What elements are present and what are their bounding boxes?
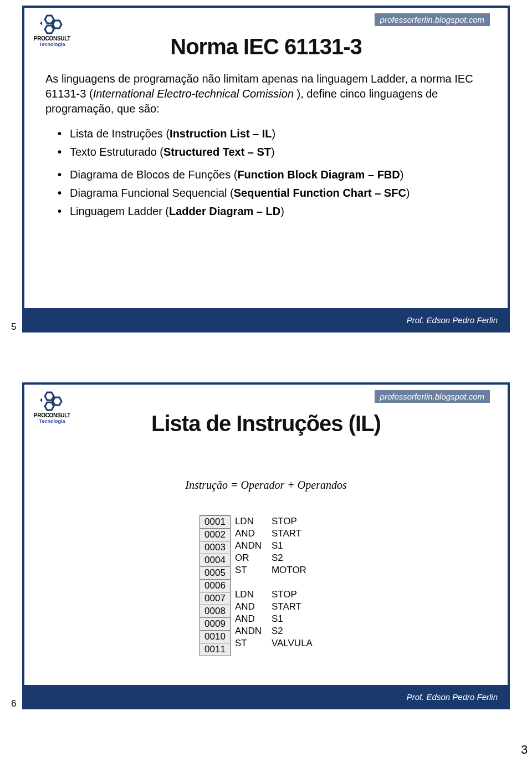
operator: OR [231,553,272,564]
code-row: ANDNS2 [231,625,332,637]
bullet-st: Texto Estruturado (Structured Text – ST) [58,145,491,160]
line-number-column: 0001000200030004000500060007000800090010… [200,515,230,656]
svg-marker-3 [40,21,42,25]
line-number: 0004 [200,554,230,567]
code-row: STMOTOR [231,564,332,576]
operand: START [272,528,332,539]
code-row: LDNSTOP [231,589,332,601]
svg-marker-4 [45,392,54,400]
slide-number: 5 [11,321,16,333]
slide-1: professorferlin.blogspot.com PROCONSULT … [22,6,510,333]
slide-number: 6 [11,698,16,709]
header-url: professorferlin.blogspot.com [375,390,490,403]
code-row: ORS2 [231,552,332,564]
slide-body: As linguagens de programação não limitam… [45,71,491,227]
line-number: 0011 [200,643,230,656]
operator: ANDN [231,626,272,637]
operand: STOP [272,516,332,527]
hex-cluster-icon [39,390,65,411]
code-row: ANDS1 [231,613,332,625]
code-row [231,576,332,589]
line-number: 0007 [200,592,230,605]
line-number: 0001 [200,516,230,529]
svg-marker-1 [53,21,62,28]
intro-para: As linguagens de programação não limitam… [45,71,491,116]
line-number: 0006 [200,580,230,592]
line-number: 0002 [200,529,230,541]
svg-marker-2 [45,25,54,33]
footer-bar: Prof. Edson Pedro Ferlin [24,308,508,330]
operand: START [272,601,332,612]
operand: S1 [272,613,332,625]
code-column: LDNSTOPANDSTARTANDNS1ORS2STMOTORLDNSTOPA… [230,515,332,656]
header-url: professorferlin.blogspot.com [375,13,490,26]
operand: S2 [272,553,332,564]
footer-credit: Prof. Edson Pedro Ferlin [407,315,498,325]
para-italic: International Electro-technical Comissio… [93,88,297,100]
slide-title: Lista de Instruções (IL) [24,411,508,436]
operand: VALVULA [272,638,332,649]
operator: ANDN [231,540,272,551]
bullet-group-2: Diagrama de Blocos de Funções (Function … [58,167,491,219]
code-row: STVALVULA [231,637,332,650]
operator: AND [231,528,272,539]
operand: S2 [272,626,332,637]
slide-2: professorferlin.blogspot.com PROCONSULT … [22,382,510,709]
operator: LDN [231,589,272,600]
footer-credit: Prof. Edson Pedro Ferlin [407,692,498,702]
page: professorferlin.blogspot.com PROCONSULT … [0,0,532,762]
operator: ST [231,565,272,576]
operator: ST [231,638,272,649]
line-number: 0005 [200,567,230,580]
operator: AND [231,613,272,625]
slide-title: Norma IEC 61131-3 [24,34,508,59]
code-row: ANDNS1 [231,540,332,552]
line-number: 0009 [200,618,230,631]
bullet-fbd: Diagrama de Blocos de Funções (Function … [58,167,491,182]
hex-cluster-icon [39,13,65,34]
code-row: LDNSTOP [231,515,332,528]
svg-marker-7 [40,398,42,402]
page-number: 3 [521,743,528,757]
bullet-ld: Linguagem Ladder (Ladder Diagram – LD) [58,204,491,219]
bullet-sfc: Diagrama Funcional Sequencial (Sequentia… [58,186,491,201]
footer-bar: Prof. Edson Pedro Ferlin [24,685,508,707]
line-number: 0003 [200,541,230,554]
svg-marker-5 [53,397,62,405]
code-row: ANDSTART [231,601,332,613]
operand: STOP [272,589,332,600]
bullet-group-1: Lista de Instruções (Instruction List – … [58,126,491,160]
operator: LDN [231,516,272,527]
operand: S1 [272,540,332,551]
bullet-il: Lista de Instruções (Instruction List – … [58,126,491,141]
il-code-table: 0001000200030004000500060007000800090010… [200,515,332,656]
line-number: 0010 [200,631,230,643]
operand: MOTOR [272,565,332,576]
formula-text: Instrução = Operador + Operandos [24,479,508,492]
svg-marker-0 [45,16,54,23]
svg-marker-6 [45,402,54,410]
line-number: 0008 [200,605,230,618]
operator: AND [231,601,272,612]
code-row: ANDSTART [231,528,332,540]
